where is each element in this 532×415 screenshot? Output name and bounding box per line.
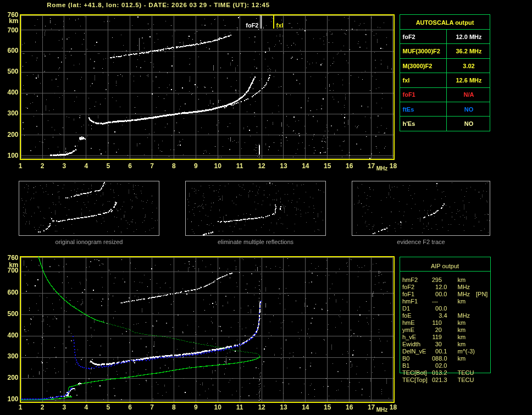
svg-text:36.2 MHz: 36.2 MHz bbox=[456, 48, 482, 54]
svg-text:ftEs: ftEs bbox=[403, 106, 414, 113]
svg-text:TECU: TECU bbox=[458, 369, 474, 376]
svg-text:foF2: foF2 bbox=[403, 34, 415, 40]
svg-text:2: 2 bbox=[41, 403, 45, 411]
svg-text:km: km bbox=[458, 298, 466, 305]
svg-text:3.4: 3.4 bbox=[439, 312, 447, 319]
svg-text:7: 7 bbox=[150, 403, 154, 411]
svg-text:MHz: MHz bbox=[458, 284, 470, 290]
svg-text:11: 11 bbox=[236, 403, 243, 411]
svg-text:B0: B0 bbox=[402, 355, 409, 362]
svg-text:6: 6 bbox=[128, 403, 132, 411]
svg-text:MHz: MHz bbox=[458, 291, 470, 297]
svg-text:hmF1: hmF1 bbox=[402, 298, 418, 305]
svg-text:110: 110 bbox=[432, 319, 442, 326]
svg-text:500: 500 bbox=[7, 68, 18, 75]
svg-text:1: 1 bbox=[19, 403, 23, 411]
svg-text:MHz: MHz bbox=[458, 312, 470, 319]
svg-text:hmF2: hmF2 bbox=[402, 276, 418, 283]
svg-text:B1: B1 bbox=[402, 362, 409, 369]
svg-text:14: 14 bbox=[302, 162, 309, 170]
svg-text:295: 295 bbox=[432, 276, 442, 283]
svg-text:30: 30 bbox=[435, 341, 442, 347]
svg-text:15: 15 bbox=[324, 162, 331, 170]
svg-text:km: km bbox=[458, 276, 466, 283]
svg-text:eliminate multiple reflections: eliminate multiple reflections bbox=[218, 239, 294, 245]
svg-text:DelN_vE: DelN_vE bbox=[402, 348, 426, 355]
svg-text:NO: NO bbox=[464, 120, 474, 127]
svg-text:17: 17 bbox=[368, 403, 375, 411]
svg-text:AUTOSCALA output: AUTOSCALA output bbox=[416, 19, 474, 26]
svg-text:18: 18 bbox=[390, 162, 397, 170]
svg-text:M(3000)F2: M(3000)F2 bbox=[403, 63, 433, 69]
svg-text:1: 1 bbox=[19, 162, 23, 170]
svg-text:foE: foE bbox=[402, 312, 412, 319]
svg-text:11: 11 bbox=[236, 162, 243, 170]
svg-text:km: km bbox=[9, 17, 18, 25]
svg-text:km: km bbox=[458, 327, 466, 333]
svg-text:h'Es: h'Es bbox=[403, 120, 415, 127]
svg-text:9: 9 bbox=[194, 162, 198, 170]
svg-text:021.3: 021.3 bbox=[432, 377, 447, 383]
svg-text:evidence F2 trace: evidence F2 trace bbox=[397, 239, 445, 245]
svg-text:16: 16 bbox=[346, 403, 353, 411]
svg-text:Rome (lat: +41.8, lon: 012.5): Rome (lat: +41.8, lon: 012.5) - DATE: 20… bbox=[47, 2, 270, 8]
svg-text:9: 9 bbox=[194, 403, 198, 411]
svg-text:400: 400 bbox=[7, 88, 18, 96]
svg-text:600: 600 bbox=[7, 289, 18, 296]
svg-text:3: 3 bbox=[63, 162, 66, 170]
svg-text:hmE: hmE bbox=[402, 319, 415, 326]
svg-text:6: 6 bbox=[128, 162, 132, 170]
svg-text:foF1: foF1 bbox=[402, 291, 414, 297]
svg-text:km: km bbox=[458, 355, 466, 362]
svg-text:---: --- bbox=[432, 298, 438, 305]
svg-text:MHz: MHz bbox=[376, 407, 388, 413]
svg-text:200: 200 bbox=[7, 131, 18, 139]
svg-text:13: 13 bbox=[280, 403, 287, 411]
svg-text:700: 700 bbox=[7, 267, 18, 274]
svg-text:20: 20 bbox=[435, 327, 442, 333]
svg-text:200: 200 bbox=[7, 374, 18, 381]
svg-text:12: 12 bbox=[258, 403, 265, 411]
svg-text:02.0: 02.0 bbox=[435, 362, 447, 369]
svg-text:500: 500 bbox=[7, 310, 18, 318]
svg-text:TECU: TECU bbox=[458, 377, 474, 383]
svg-text:300: 300 bbox=[7, 109, 18, 117]
svg-text:fxI: fxI bbox=[276, 22, 284, 29]
svg-text:12.0 MHz: 12.0 MHz bbox=[456, 34, 482, 40]
svg-text:10: 10 bbox=[214, 403, 222, 411]
svg-text:TEC[Top]: TEC[Top] bbox=[402, 377, 428, 383]
svg-text:5: 5 bbox=[106, 162, 110, 170]
svg-text:400: 400 bbox=[7, 331, 18, 339]
svg-text:12.0: 12.0 bbox=[435, 284, 447, 290]
svg-text:300: 300 bbox=[7, 352, 18, 360]
svg-text:km: km bbox=[458, 319, 466, 326]
svg-text:18: 18 bbox=[390, 403, 397, 411]
svg-text:D1: D1 bbox=[402, 305, 410, 312]
svg-text:Ewidth: Ewidth bbox=[402, 341, 420, 347]
svg-text:4: 4 bbox=[84, 162, 88, 170]
svg-text:2: 2 bbox=[41, 162, 45, 170]
svg-text:00.1: 00.1 bbox=[435, 348, 447, 355]
svg-text:700: 700 bbox=[7, 26, 18, 34]
svg-text:MHz: MHz bbox=[376, 165, 388, 171]
svg-text:TEC[Bot]: TEC[Bot] bbox=[402, 369, 427, 376]
svg-text:foF2: foF2 bbox=[402, 284, 414, 290]
svg-text:8: 8 bbox=[172, 403, 176, 411]
svg-text:ymE: ymE bbox=[402, 327, 414, 333]
svg-text:3.02: 3.02 bbox=[463, 63, 474, 69]
svg-text:N/A: N/A bbox=[464, 91, 474, 98]
svg-text:foF1: foF1 bbox=[403, 91, 415, 98]
svg-text:12: 12 bbox=[258, 162, 265, 170]
svg-text:100: 100 bbox=[7, 395, 18, 403]
svg-text:17: 17 bbox=[368, 162, 375, 170]
svg-text:km: km bbox=[458, 334, 466, 340]
svg-text:100: 100 bbox=[7, 152, 18, 159]
svg-text:119: 119 bbox=[432, 334, 442, 340]
svg-text:088.0: 088.0 bbox=[432, 355, 447, 362]
svg-text:600: 600 bbox=[7, 47, 18, 54]
svg-text:00.0: 00.0 bbox=[435, 305, 447, 312]
svg-text:km: km bbox=[458, 341, 466, 347]
svg-text:fxI: fxI bbox=[403, 77, 410, 84]
svg-text:3: 3 bbox=[63, 403, 66, 411]
svg-text:MUF(3000)F2: MUF(3000)F2 bbox=[403, 48, 440, 54]
